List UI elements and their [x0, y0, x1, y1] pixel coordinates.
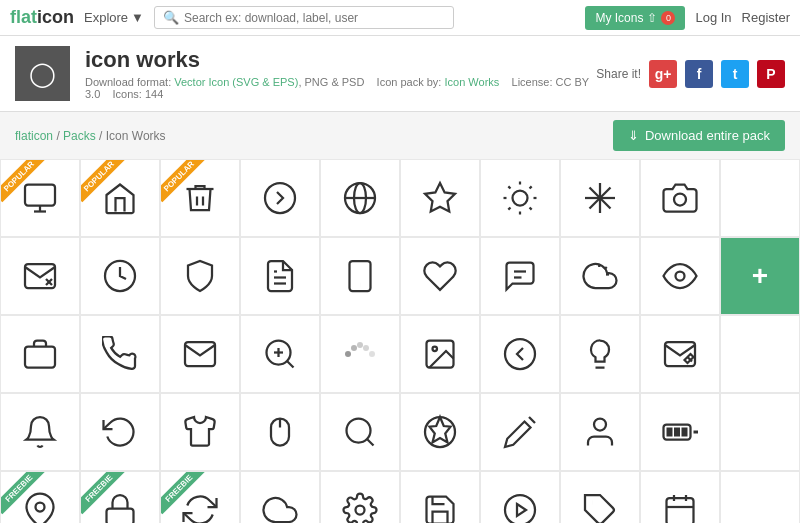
icon-empty-2	[720, 315, 800, 393]
svg-line-38	[287, 361, 294, 368]
svg-point-54	[425, 417, 455, 447]
icon-lock[interactable]: freebie	[80, 471, 160, 523]
icon-pencil[interactable]	[480, 393, 560, 471]
icon-battery[interactable]	[640, 393, 720, 471]
icon-shirt[interactable]	[160, 393, 240, 471]
svg-point-3	[265, 183, 295, 213]
icon-camera[interactable]	[640, 159, 720, 237]
svg-point-34	[676, 272, 685, 281]
svg-rect-69	[667, 498, 694, 523]
icon-shield[interactable]	[160, 237, 240, 315]
icon-image[interactable]	[400, 315, 480, 393]
icon-phone[interactable]	[320, 237, 400, 315]
icon-eye[interactable]	[640, 237, 720, 315]
icon-cycle[interactable]: freebie	[160, 471, 240, 523]
icon-doc-edit[interactable]	[240, 237, 320, 315]
breadcrumb-home[interactable]: flaticon	[15, 129, 53, 143]
icon-mouse[interactable]	[240, 393, 320, 471]
icon-cloud-sun[interactable]	[560, 237, 640, 315]
icon-dots-loading[interactable]	[320, 315, 400, 393]
svg-line-16	[530, 186, 532, 188]
icon-star[interactable]	[400, 159, 480, 237]
pack-meta: Download format: Vector Icon (SVG & EPS)…	[85, 76, 596, 100]
header: flaticon Explore ▼ 🔍 My Icons ⇧ 0 Log In…	[0, 0, 800, 36]
chevron-down-icon: ▼	[131, 10, 144, 25]
icon-briefcase[interactable]	[0, 315, 80, 393]
icon-pin[interactable]: freebie	[0, 471, 80, 523]
icon-search[interactable]	[320, 393, 400, 471]
svg-line-11	[508, 186, 510, 188]
my-icons-label: My Icons	[595, 11, 643, 25]
svg-point-42	[351, 345, 357, 351]
icon-mail-x[interactable]	[0, 237, 80, 315]
icon-cloud[interactable]	[240, 471, 320, 523]
icon-trash[interactable]: popular	[160, 159, 240, 237]
download-icon: ⇓	[628, 128, 639, 143]
pack-title: icon works	[85, 47, 596, 73]
svg-point-45	[369, 351, 375, 357]
icon-person[interactable]	[560, 393, 640, 471]
icon-empty-1	[720, 159, 800, 237]
svg-point-48	[505, 339, 535, 369]
icon-chat[interactable]	[480, 237, 560, 315]
icon-clock[interactable]	[80, 237, 160, 315]
svg-point-52	[347, 419, 371, 443]
icon-envelope[interactable]	[160, 315, 240, 393]
breadcrumb-packs[interactable]: Packs	[63, 129, 96, 143]
search-input[interactable]	[184, 11, 445, 25]
pack-logo-icon: ◯	[29, 60, 56, 88]
share-area: Share it! g+ f t P	[596, 60, 785, 88]
twitter-share-button[interactable]: t	[721, 60, 749, 88]
icon-bulb[interactable]	[560, 315, 640, 393]
icon-chevron-right-circle[interactable]	[240, 159, 320, 237]
icon-play-circle[interactable]	[480, 471, 560, 523]
pack-info: icon works Download format: Vector Icon …	[85, 47, 596, 100]
breadcrumb-bar: flaticon / Packs / Icon Works ⇓ Download…	[0, 112, 800, 159]
icon-globe[interactable]	[320, 159, 400, 237]
my-icons-button[interactable]: My Icons ⇧ 0	[585, 6, 685, 30]
login-button[interactable]: Log In	[695, 10, 731, 25]
icon-gear[interactable]	[320, 471, 400, 523]
pinterest-share-button[interactable]: P	[757, 60, 785, 88]
explore-label: Explore	[84, 10, 128, 25]
explore-button[interactable]: Explore ▼	[84, 10, 144, 25]
svg-line-56	[529, 417, 535, 423]
download-pack-button[interactable]: ⇓ Download entire pack	[613, 120, 785, 151]
icon-monitor[interactable]: popular	[0, 159, 80, 237]
register-button[interactable]: Register	[742, 10, 790, 25]
pack-header: ◯ icon works Download format: Vector Ico…	[0, 36, 800, 112]
icon-tag[interactable]	[560, 471, 640, 523]
svg-marker-7	[425, 183, 455, 212]
icon-snowflake[interactable]	[560, 159, 640, 237]
icon-floppy[interactable]	[400, 471, 480, 523]
google-share-button[interactable]: g+	[649, 60, 677, 88]
download-btn-label: Download entire pack	[645, 128, 770, 143]
svg-point-43	[357, 342, 363, 348]
breadcrumb-sep2: /	[99, 129, 106, 143]
icon-bell[interactable]	[0, 393, 80, 471]
icon-sun[interactable]	[480, 159, 560, 237]
icon-empty-3	[720, 393, 800, 471]
icon-calendar[interactable]	[640, 471, 720, 523]
icon-chevron-left-circle[interactable]	[480, 315, 560, 393]
icon-mail-edit[interactable]	[640, 315, 720, 393]
svg-point-8	[513, 191, 528, 206]
facebook-share-button[interactable]: f	[685, 60, 713, 88]
icon-telephone[interactable]	[80, 315, 160, 393]
icon-refresh[interactable]	[80, 393, 160, 471]
svg-line-53	[367, 439, 374, 446]
svg-marker-67	[517, 504, 526, 516]
icon-search-plus[interactable]	[240, 315, 320, 393]
upload-icon: ⇧	[647, 11, 657, 25]
svg-rect-60	[667, 428, 673, 437]
icon-heart[interactable]	[400, 237, 480, 315]
breadcrumb-current: Icon Works	[106, 129, 166, 143]
svg-point-65	[356, 506, 365, 515]
logo: flaticon	[10, 7, 74, 28]
icon-add-more[interactable]: +	[720, 237, 800, 315]
svg-line-15	[508, 208, 510, 210]
icon-soccer[interactable]	[400, 393, 480, 471]
icon-home[interactable]: popular	[80, 159, 160, 237]
pack-logo: ◯	[15, 46, 70, 101]
search-bar: 🔍	[154, 6, 454, 29]
